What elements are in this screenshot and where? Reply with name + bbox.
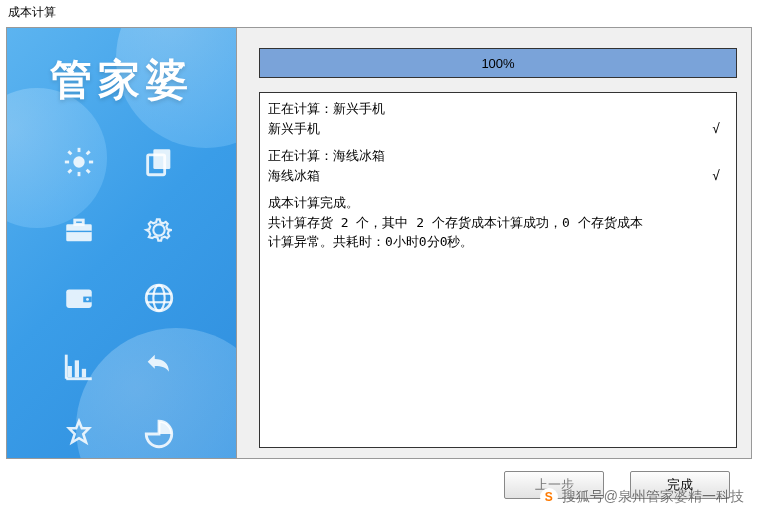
svg-point-18 bbox=[153, 285, 164, 311]
main-panel: 管家婆 100% 正在计算：新兴手机 新兴手机 √ bbox=[6, 27, 752, 459]
button-row: 上一步 完成 bbox=[0, 461, 758, 509]
log-done: 成本计算完成。 bbox=[268, 193, 728, 213]
svg-point-16 bbox=[86, 298, 89, 301]
svg-rect-9 bbox=[153, 149, 170, 169]
content-panel: 100% 正在计算：新兴手机 新兴手机 √ 正在计算：海线冰箱 海线冰箱 √ bbox=[237, 28, 751, 458]
sun-icon bbox=[57, 140, 101, 184]
svg-rect-21 bbox=[68, 366, 72, 377]
undo-icon bbox=[137, 344, 181, 388]
log-summary: 共计算存货 2 个，其中 2 个存货成本计算成功，0 个存货成本 bbox=[268, 213, 728, 233]
svg-line-7 bbox=[68, 170, 71, 173]
sidebar-icon-grid bbox=[57, 140, 187, 456]
svg-rect-22 bbox=[75, 360, 79, 377]
svg-rect-11 bbox=[66, 224, 92, 241]
log-output[interactable]: 正在计算：新兴手机 新兴手机 √ 正在计算：海线冰箱 海线冰箱 √ 成本计算完成… bbox=[259, 92, 737, 448]
checkmark-icon: √ bbox=[712, 119, 728, 139]
svg-line-5 bbox=[68, 151, 71, 154]
log-item-name: 海线冰箱 bbox=[268, 166, 320, 186]
log-line: 正在计算：海线冰箱 bbox=[268, 146, 728, 166]
gear-icon bbox=[137, 208, 181, 252]
svg-point-0 bbox=[73, 156, 84, 167]
svg-line-6 bbox=[87, 170, 90, 173]
progress-bar: 100% bbox=[259, 48, 737, 78]
globe-icon bbox=[137, 276, 181, 320]
svg-line-8 bbox=[87, 151, 90, 154]
window-title: 成本计算 bbox=[0, 0, 758, 25]
log-line: 正在计算：新兴手机 bbox=[268, 99, 728, 119]
prev-button: 上一步 bbox=[504, 471, 604, 499]
finish-button[interactable]: 完成 bbox=[630, 471, 730, 499]
briefcase-icon bbox=[57, 208, 101, 252]
copy-icon bbox=[137, 140, 181, 184]
wallet-icon bbox=[57, 276, 101, 320]
chart-icon bbox=[57, 344, 101, 388]
log-item-name: 新兴手机 bbox=[268, 119, 320, 139]
log-summary: 计算异常。共耗时：0小时0分0秒。 bbox=[268, 232, 728, 252]
svg-point-17 bbox=[146, 285, 172, 311]
progress-text: 100% bbox=[260, 49, 736, 77]
svg-rect-12 bbox=[75, 220, 84, 224]
checkmark-icon: √ bbox=[712, 166, 728, 186]
star-icon bbox=[57, 412, 101, 456]
svg-rect-23 bbox=[82, 369, 86, 378]
sidebar: 管家婆 bbox=[7, 28, 237, 458]
pie-icon bbox=[137, 412, 181, 456]
brand-title: 管家婆 bbox=[7, 52, 236, 108]
